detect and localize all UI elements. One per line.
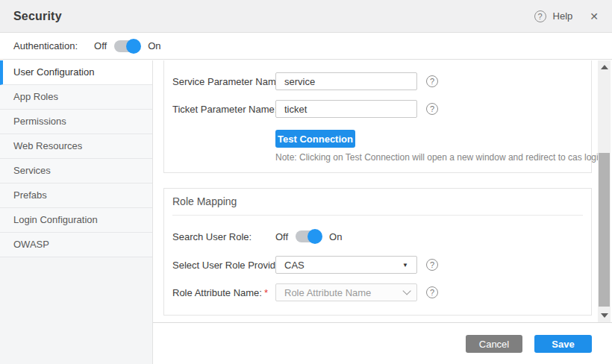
sidebar-item-owasp[interactable]: OWASP xyxy=(0,233,152,257)
role-provider-help-icon[interactable]: ? xyxy=(426,259,438,271)
test-connection-note: Note: Clicking on Test Connection will o… xyxy=(275,152,598,163)
role-provider-label: Select User Role Provider: xyxy=(172,260,287,271)
close-icon[interactable]: ✕ xyxy=(590,10,599,22)
footer: Cancel Save xyxy=(153,322,612,364)
search-user-role-off-label: Off xyxy=(275,231,288,242)
service-parameter-input[interactable] xyxy=(275,72,417,90)
role-mapping-divider xyxy=(172,215,583,216)
page-title: Security xyxy=(13,10,62,23)
search-user-role-label: Search User Role: xyxy=(172,231,252,242)
role-attribute-row: Role Attribute Name:* Role Attribute Nam… xyxy=(172,283,583,301)
role-mapping-card: Role Mapping Search User Role: Off On Se… xyxy=(163,188,592,316)
cancel-button[interactable]: Cancel xyxy=(466,335,522,353)
sidebar-item-login-configuration[interactable]: Login Configuration xyxy=(0,208,152,233)
header-actions: ? Help ✕ xyxy=(534,10,599,22)
role-attribute-combobox[interactable]: Role Attribute Name xyxy=(275,283,417,301)
sidebar-item-services[interactable]: Services xyxy=(0,159,152,183)
search-user-role-toggle[interactable] xyxy=(296,230,322,242)
search-user-role-row: Search User Role: Off On xyxy=(172,228,583,245)
sidebar: User Configuration App Roles Permissions… xyxy=(0,60,153,364)
search-user-role-toggle-group: Off On xyxy=(275,230,342,242)
service-parameter-label: Service Parameter Name:* xyxy=(172,76,290,87)
help-icon[interactable]: ? xyxy=(534,10,546,22)
sidebar-item-prefabs[interactable]: Prefabs xyxy=(0,183,152,208)
content-viewport: Service Parameter Name:* ? Ticket Parame… xyxy=(154,60,598,322)
role-mapping-title: Role Mapping xyxy=(172,195,237,207)
ticket-parameter-input[interactable] xyxy=(275,100,417,118)
page-header: Security ? Help ✕ xyxy=(0,0,612,33)
role-provider-select[interactable]: CAS ▼ xyxy=(275,256,417,274)
role-provider-row: Select User Role Provider: CAS ▼ ? xyxy=(172,256,583,274)
role-provider-value: CAS xyxy=(284,260,305,271)
chevron-down-icon xyxy=(402,286,410,295)
test-connection-button[interactable]: Test Connection xyxy=(275,130,355,148)
authentication-on-label: On xyxy=(148,40,160,51)
scrollbar-thumb[interactable] xyxy=(599,153,610,307)
save-button[interactable]: Save xyxy=(534,335,592,353)
ticket-parameter-label: Ticket Parameter Name:* xyxy=(172,104,283,115)
help-link[interactable]: Help xyxy=(553,10,573,22)
sidebar-item-user-configuration[interactable]: User Configuration xyxy=(0,60,152,85)
role-attribute-label: Role Attribute Name:* xyxy=(172,287,268,298)
authentication-off-label: Off xyxy=(94,40,107,51)
authentication-label: Authentication: xyxy=(13,40,78,51)
vertical-scrollbar[interactable] xyxy=(598,60,611,322)
sidebar-item-app-roles[interactable]: App Roles xyxy=(0,85,152,110)
toggle-knob xyxy=(307,229,322,244)
sidebar-item-web-resources[interactable]: Web Resources xyxy=(0,134,152,159)
cas-parameters-card: Service Parameter Name:* ? Ticket Parame… xyxy=(163,60,592,173)
role-attribute-help-icon[interactable]: ? xyxy=(426,286,438,298)
authentication-toggle[interactable] xyxy=(114,40,140,52)
service-parameter-row: Service Parameter Name:* ? xyxy=(172,72,583,90)
role-attribute-placeholder: Role Attribute Name xyxy=(284,287,371,298)
sidebar-item-permissions[interactable]: Permissions xyxy=(0,110,152,134)
ticket-parameter-row: Ticket Parameter Name:* ? xyxy=(172,100,583,118)
caret-down-icon: ▼ xyxy=(402,262,408,269)
authentication-row: Authentication: Off On xyxy=(0,33,612,60)
ticket-parameter-help-icon[interactable]: ? xyxy=(426,103,438,115)
toggle-knob xyxy=(126,39,141,54)
search-user-role-on-label: On xyxy=(329,231,342,242)
scrollbar-up-arrow-icon[interactable] xyxy=(601,65,608,69)
scrollbar-down-arrow-icon[interactable] xyxy=(601,313,608,318)
required-asterisk: * xyxy=(264,287,268,298)
service-parameter-help-icon[interactable]: ? xyxy=(426,75,438,87)
